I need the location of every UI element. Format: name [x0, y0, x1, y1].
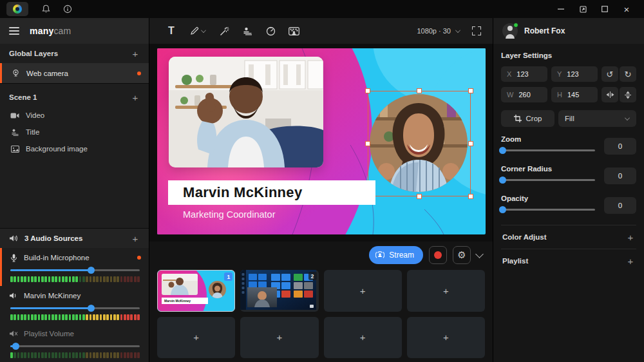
scene-title: Scene 1	[9, 93, 37, 101]
height-field[interactable]: H 145	[551, 87, 598, 102]
timer-button[interactable]	[260, 22, 281, 40]
resize-handle-se[interactable]	[468, 194, 473, 199]
scene-header: Scene 1 +	[0, 88, 149, 107]
draw-tool-button[interactable]	[184, 22, 211, 40]
crop-icon	[514, 115, 522, 122]
global-layers-title: Global Layers	[9, 50, 58, 57]
add-scene-tile[interactable]: +	[240, 317, 318, 359]
effects-wand-button[interactable]	[214, 22, 234, 40]
effects-toolbar: T 1080p · 30	[149, 18, 493, 44]
vu-meter	[10, 352, 140, 358]
x-position-field[interactable]: X 123	[501, 66, 547, 82]
y-position-field[interactable]: Y 123	[551, 66, 598, 82]
opacity-slider[interactable]	[502, 205, 595, 213]
online-status-dot	[513, 23, 518, 28]
zoom-value-field[interactable]: 0	[604, 138, 636, 155]
record-icon	[434, 251, 442, 259]
record-button[interactable]	[429, 246, 447, 264]
resize-handle-w[interactable]	[365, 141, 370, 146]
lower-third-role: Marketing Coordinator	[183, 209, 275, 220]
add-audio-source-button[interactable]: +	[131, 233, 140, 244]
expand-color-adjust-button[interactable]: +	[626, 232, 635, 243]
add-layer-button[interactable]: +	[131, 48, 140, 59]
speaker-icon	[9, 234, 18, 243]
section-playlist[interactable]: Playlist +	[501, 249, 636, 272]
maximize-button[interactable]	[594, 2, 616, 16]
scene-thumbnail-2[interactable]: 2	[240, 270, 318, 312]
chevron-down-icon	[625, 115, 630, 120]
popout-button[interactable]	[572, 2, 594, 16]
expand-playlist-button[interactable]: +	[626, 256, 635, 267]
section-color-adjust[interactable]: Color Adjust +	[501, 225, 636, 249]
scene-item-video[interactable]: Video	[0, 107, 149, 124]
resolution-selector[interactable]: 1080p · 30	[417, 27, 460, 35]
close-button[interactable]: ×	[616, 2, 638, 16]
audio-sources-header: 3 Audio Sources +	[0, 228, 149, 248]
flip-horizontal-button[interactable]	[601, 87, 618, 102]
opacity-slider-group: Opacity 0	[501, 195, 636, 216]
rotate-right-button[interactable]: ↻	[620, 66, 636, 82]
text-tool-button[interactable]: T	[161, 22, 182, 40]
webcam-video-man[interactable]	[169, 57, 323, 167]
add-scene-tile[interactable]: +	[157, 317, 235, 359]
lower-third-nameplate[interactable]: Marvin McKinney	[168, 180, 375, 205]
zoom-slider[interactable]	[502, 146, 595, 154]
add-scene-tile[interactable]: +	[407, 317, 485, 359]
chevron-down-icon[interactable]	[475, 250, 484, 258]
audio-source-built-in-microphone[interactable]: Build-in Microphone	[0, 248, 149, 286]
notifications-bell-icon[interactable]	[37, 2, 54, 16]
add-scene-tile[interactable]: +	[324, 317, 402, 359]
chevron-down-icon	[455, 28, 460, 33]
vu-meter	[10, 314, 140, 320]
account-header[interactable]: Robert Fox	[493, 18, 644, 44]
corner-radius-slider[interactable]	[502, 176, 595, 184]
right-panel: Robert Fox Layer Settings X 123 Y 123 ↺ …	[493, 18, 644, 362]
chroma-key-button[interactable]	[283, 22, 304, 40]
lower-thirds-button[interactable]	[237, 22, 258, 40]
preview-canvas[interactable]: Marvin McKinney Marketing Coordinator	[157, 48, 486, 234]
fullscreen-button[interactable]	[472, 26, 481, 35]
resize-handle-e[interactable]	[468, 141, 473, 146]
video-camera-icon	[10, 111, 19, 120]
volume-slider[interactable]	[10, 304, 140, 312]
rotate-left-button[interactable]: ↺	[601, 66, 618, 82]
info-icon[interactable]	[59, 2, 76, 16]
layer-item-web-camera[interactable]: Web camera	[0, 63, 149, 83]
volume-slider[interactable]	[10, 266, 140, 274]
account-name: Robert Fox	[524, 26, 565, 35]
layer-settings-title: Layer Settings	[501, 52, 636, 59]
scene-item-title[interactable]: Title	[0, 124, 149, 140]
menu-hamburger-icon[interactable]	[9, 27, 19, 35]
resize-handle-s[interactable]	[417, 194, 422, 199]
app-logo-button[interactable]	[6, 2, 28, 16]
volume-slider[interactable]	[10, 342, 140, 350]
width-field[interactable]: W 260	[501, 87, 547, 102]
layer-selection-box[interactable]	[368, 91, 471, 196]
fill-mode-select[interactable]: Fill	[558, 110, 636, 127]
muted-speaker-icon	[9, 329, 18, 338]
audio-source-marvin-mckinney[interactable]: Marvin McKinney	[0, 286, 149, 324]
add-scene-tile[interactable]: +	[324, 270, 402, 312]
crop-button[interactable]: Crop	[501, 110, 554, 127]
flip-vertical-button[interactable]	[620, 87, 636, 102]
pencil-icon	[190, 26, 199, 35]
titlebar: ×	[0, 0, 644, 18]
add-scene-tile[interactable]: +	[407, 270, 485, 312]
stream-button[interactable]: Stream	[369, 246, 423, 264]
scene-item-background-image[interactable]: Background image	[0, 140, 149, 157]
stream-settings-button[interactable]: ⚙	[453, 246, 471, 264]
avatar	[502, 23, 518, 39]
corner-radius-value-field[interactable]: 0	[604, 167, 636, 184]
resize-handle-n[interactable]	[417, 88, 422, 93]
audio-source-playlist-volume[interactable]: Playlist Volume	[0, 324, 149, 362]
scene-thumbnail-1[interactable]: Marvin McKinney 1	[157, 270, 235, 312]
manycam-logo-icon	[13, 5, 22, 14]
chevron-down-icon	[201, 28, 206, 33]
speaker-icon	[9, 291, 18, 300]
resize-handle-nw[interactable]	[365, 88, 370, 93]
active-audio-dot	[137, 256, 141, 260]
resize-handle-ne[interactable]	[468, 88, 473, 93]
minimize-button[interactable]	[550, 2, 572, 16]
add-scene-item-button[interactable]: +	[131, 92, 140, 103]
opacity-value-field[interactable]: 0	[604, 197, 636, 214]
